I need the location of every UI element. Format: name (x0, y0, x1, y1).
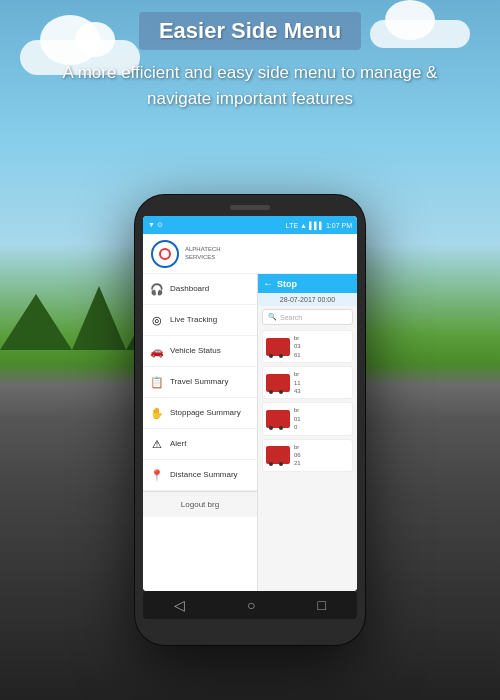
right-panel: ← Stop 28-07-2017 00:00 🔍 Search br0361 (258, 274, 357, 591)
stoppage-summary-label: Stoppage Summary (170, 408, 241, 418)
status-bar: ▼ ⊙ LTE ▲ ▌▌▌ 1:07 PM (143, 216, 357, 234)
logout-button[interactable]: Logout brg (143, 491, 257, 517)
status-icons: ▼ ⊙ (148, 221, 163, 229)
nav-recents-button[interactable]: □ (318, 597, 326, 613)
bus-icon-3 (266, 410, 290, 428)
bus-text-4: br0621 (294, 443, 301, 468)
title-box: Easier Side Menu (139, 12, 361, 50)
signal-bars: ▌▌▌ (309, 222, 324, 229)
page-subtitle: A more efficient and easy side menu to m… (20, 60, 480, 111)
list-item[interactable]: br0361 (262, 330, 353, 363)
dashboard-icon: 🎧 (149, 281, 165, 297)
alert-icon: ⚠ (149, 436, 165, 452)
list-item[interactable]: br0621 (262, 439, 353, 472)
date-bar: 28-07-2017 00:00 (258, 293, 357, 306)
network-indicator: LTE ▲ (286, 222, 307, 229)
status-right: LTE ▲ ▌▌▌ 1:07 PM (286, 222, 352, 229)
bus-text-1: br0361 (294, 334, 301, 359)
phone-screen: ▼ ⊙ LTE ▲ ▌▌▌ 1:07 PM ALPHATECH SERVICES (143, 216, 357, 591)
stoppage-summary-icon: ✋ (149, 405, 165, 421)
right-topbar: ← Stop (258, 274, 357, 293)
bus-text-2: br1143 (294, 370, 301, 395)
list-item[interactable]: br1143 (262, 366, 353, 399)
live-tracking-label: Live Tracking (170, 315, 217, 325)
distance-summary-label: Distance Summary (170, 470, 238, 480)
sidebar-item-distance-summary[interactable]: 📍 Distance Summary (143, 460, 257, 491)
bus-list: br0361 br1143 br010 br0621 (258, 328, 357, 477)
nav-back-button[interactable]: ◁ (174, 597, 185, 613)
status-left: ▼ ⊙ (148, 221, 163, 229)
sidebar-item-dashboard[interactable]: 🎧 Dashboard (143, 274, 257, 305)
app-logo-text: ALPHATECH SERVICES (185, 246, 221, 260)
distance-summary-icon: 📍 (149, 467, 165, 483)
phone-mockup: ▼ ⊙ LTE ▲ ▌▌▌ 1:07 PM ALPHATECH SERVICES (135, 195, 365, 645)
bus-text-3: br010 (294, 406, 301, 431)
search-bar[interactable]: 🔍 Search (262, 309, 353, 325)
travel-summary-label: Travel Summary (170, 377, 228, 387)
bottom-nav: ◁ ○ □ (143, 591, 357, 619)
app-logo-circle (151, 240, 179, 268)
back-arrow-icon[interactable]: ← (263, 278, 273, 289)
vehicle-status-label: Vehicle Status (170, 346, 221, 356)
sidebar-item-live-tracking[interactable]: ◎ Live Tracking (143, 305, 257, 336)
right-panel-title: Stop (277, 279, 297, 289)
nav-home-button[interactable]: ○ (247, 597, 255, 613)
phone-body: ▼ ⊙ LTE ▲ ▌▌▌ 1:07 PM ALPHATECH SERVICES (135, 195, 365, 645)
phone-speaker (230, 205, 270, 210)
page-header: Easier Side Menu A more efficient and ea… (0, 0, 500, 123)
travel-summary-icon: 📋 (149, 374, 165, 390)
bus-icon-1 (266, 338, 290, 356)
app-topbar: ALPHATECH SERVICES (143, 234, 357, 274)
alert-label: Alert (170, 439, 186, 449)
list-item[interactable]: br010 (262, 402, 353, 435)
app-sub: SERVICES (185, 254, 221, 261)
search-icon: 🔍 (268, 313, 277, 321)
sidebar-menu: 🎧 Dashboard ◎ Live Tracking 🚗 Vehicle St… (143, 274, 258, 591)
bus-icon-4 (266, 446, 290, 464)
bus-icon-2 (266, 374, 290, 392)
search-placeholder: Search (280, 314, 302, 321)
screen-body: 🎧 Dashboard ◎ Live Tracking 🚗 Vehicle St… (143, 274, 357, 591)
app-name: ALPHATECH (185, 246, 221, 253)
phone-bottom-area: ◁ ○ □ (143, 591, 357, 619)
clock: 1:07 PM (326, 222, 352, 229)
dashboard-label: Dashboard (170, 284, 209, 294)
sidebar-item-stoppage-summary[interactable]: ✋ Stoppage Summary (143, 398, 257, 429)
logo-inner-ring (159, 248, 171, 260)
page-title: Easier Side Menu (159, 18, 341, 44)
sidebar-item-vehicle-status[interactable]: 🚗 Vehicle Status (143, 336, 257, 367)
sidebar-item-alert[interactable]: ⚠ Alert (143, 429, 257, 460)
sidebar-item-travel-summary[interactable]: 📋 Travel Summary (143, 367, 257, 398)
vehicle-status-icon: 🚗 (149, 343, 165, 359)
live-tracking-icon: ◎ (149, 312, 165, 328)
